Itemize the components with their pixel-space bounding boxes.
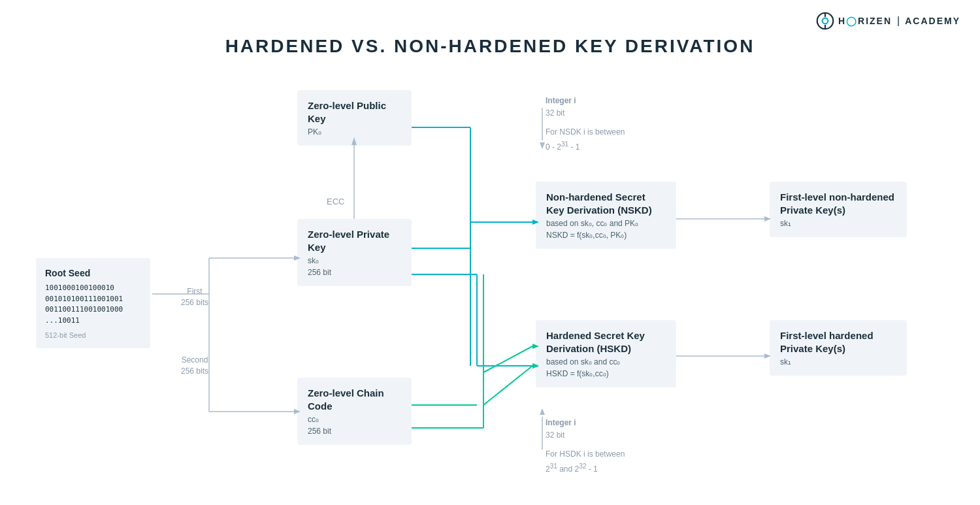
integer-i-bottom-line1: 32 bit xyxy=(546,429,625,442)
logo-text: H◯RIZEN xyxy=(838,16,892,26)
pubkey-box: Zero-level Public Key PK₀ xyxy=(297,90,412,146)
privkey-sub1: sk₀ xyxy=(308,256,401,265)
hskd-box: Hardened Secret Key Derivation (HSKD) ba… xyxy=(536,320,676,387)
integer-i-top-line1: 32 bit xyxy=(546,107,625,120)
integer-i-top-title: Integer i xyxy=(546,95,625,107)
pubkey-title: Zero-level Public Key xyxy=(308,99,401,125)
logo-icon xyxy=(816,12,834,30)
svg-line-30 xyxy=(483,366,532,405)
diagram-arrows xyxy=(0,0,980,505)
fl-h-sub: sk₁ xyxy=(780,357,896,367)
fl-nh-box: First-level non-hardened Private Key(s) … xyxy=(770,182,907,237)
logo-academy: ACADEMY xyxy=(905,16,960,26)
chaincode-sub1: cc₀ xyxy=(308,415,401,424)
hskd-sub2: HSKD = f(sk₀,cc₀) xyxy=(546,369,666,378)
second-256-text: Second256 bits xyxy=(181,355,208,376)
root-seed-label: 512-bit Seed xyxy=(45,331,141,339)
nskd-title: Non-hardened Secret Key Derivation (NSKD… xyxy=(546,191,666,216)
fl-h-box: First-level hardened Private Key(s) sk₁ xyxy=(770,320,907,376)
fl-nh-title: First-level non-hardened Private Key(s) xyxy=(780,191,896,216)
pubkey-sub: PK₀ xyxy=(308,127,401,137)
nskd-sub2: NSKD = f(sk₀,cc₀, PK₀) xyxy=(546,231,666,240)
integer-i-bottom-line3: 231 and 232 - 1 xyxy=(546,461,625,476)
nskd-box: Non-hardened Secret Key Derivation (NSKD… xyxy=(536,182,676,249)
logo-separator: | xyxy=(897,15,900,27)
hskd-title: Hardened Secret Key Derivation (HSKD) xyxy=(546,329,666,355)
svg-marker-35 xyxy=(540,408,545,415)
chaincode-title: Zero-level Chain Code xyxy=(308,387,401,412)
nskd-sub1: based on sk₀, cc₀ and PK₀ xyxy=(546,219,666,228)
svg-line-27 xyxy=(483,366,532,405)
svg-point-1 xyxy=(823,18,828,24)
root-seed-box: Root Seed 100100010010001000101010011100… xyxy=(36,258,150,348)
integer-i-bottom-line2: For HSDK i is between xyxy=(546,448,625,461)
fl-nh-sub: sk₁ xyxy=(780,219,896,228)
integer-i-bottom-title: Integer i xyxy=(546,417,625,429)
hskd-sub1: based on sk₀ and cc₀ xyxy=(546,357,666,367)
ecc-label: ECC xyxy=(327,196,344,208)
integer-i-top-label: Integer i 32 bit For NSDK i is between 0… xyxy=(546,95,625,154)
integer-i-top-line2: For NSDK i is between xyxy=(546,126,625,138)
first-256-label: First256 bits xyxy=(169,286,221,308)
second-256-label: Second256 bits xyxy=(165,355,224,377)
chaincode-sub2: 256 bit xyxy=(308,427,401,436)
page-title: HARDENED VS. NON-HARDENED KEY DERIVATION xyxy=(0,36,980,57)
chaincode-box: Zero-level Chain Code cc₀ 256 bit xyxy=(297,378,412,445)
first-256-text: First256 bits xyxy=(181,287,208,307)
privkey-title: Zero-level Private Key xyxy=(308,228,401,253)
privkey-sub2: 256 bit xyxy=(308,268,401,277)
logo: H◯RIZEN | ACADEMY xyxy=(816,12,960,30)
fl-h-title: First-level hardened Private Key(s) xyxy=(780,329,896,355)
root-seed-bits: 1001000100100010001010100111001001001100… xyxy=(45,283,141,326)
svg-line-28 xyxy=(483,346,532,372)
svg-marker-33 xyxy=(540,142,545,149)
root-seed-title: Root Seed xyxy=(45,267,141,279)
privkey-box: Zero-level Private Key sk₀ 256 bit xyxy=(297,219,412,286)
integer-i-top-line3: 0 - 231 - 1 xyxy=(546,139,625,154)
integer-i-bottom-label: Integer i 32 bit For HSDK i is between 2… xyxy=(546,417,625,476)
